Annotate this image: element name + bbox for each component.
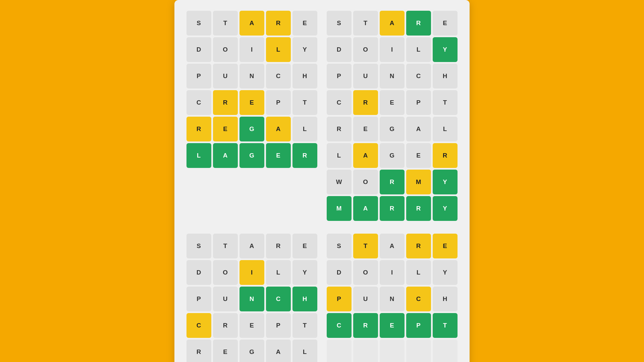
cell-grid-bottom-left-4-4: L: [292, 340, 317, 362]
cell-grid-bottom-left-1-4: Y: [292, 260, 317, 285]
cell-grid-bottom-left-0-4: E: [292, 234, 317, 258]
cell-grid-top-right-3-1: R: [353, 90, 378, 115]
cell-grid-top-right-2-1: U: [353, 64, 378, 88]
cell-grid-bottom-right-1-4: Y: [433, 260, 458, 285]
cell-grid-top-right-3-3: P: [406, 90, 431, 115]
cell-grid-bottom-left-2-0: P: [186, 287, 211, 311]
cell-grid-top-right-3-4: T: [433, 90, 458, 115]
cell-grid-top-right-1-4: Y: [433, 37, 458, 62]
game-card: STAREDOILYPUNCHCREPTREGALLAGER STAREDOIL…: [174, 0, 470, 362]
cell-grid-top-left-3-0: C: [186, 90, 211, 115]
cell-grid-top-left-1-0: D: [186, 37, 211, 62]
cell-grid-top-left-1-4: Y: [292, 37, 317, 62]
cell-grid-bottom-right-2-4: H: [433, 287, 458, 311]
cell-grid-top-left-5-3: E: [266, 143, 291, 168]
cell-grid-top-left-4-2: G: [239, 117, 264, 141]
grid-top-left: STAREDOILYPUNCHCREPTREGALLAGER: [186, 11, 317, 221]
cell-grid-bottom-left-1-1: O: [213, 260, 238, 285]
cell-grid-top-left-4-0: R: [186, 117, 211, 141]
cell-grid-bottom-left-4-3: A: [266, 340, 291, 362]
cell-grid-top-left-2-1: U: [213, 64, 238, 88]
cell-grid-top-right-1-1: O: [353, 37, 378, 62]
cell-grid-top-right-5-1: A: [353, 143, 378, 168]
cell-grid-top-left-2-3: C: [266, 64, 291, 88]
cell-grid-top-right-5-2: G: [380, 143, 405, 168]
cell-grid-top-right-5-0: L: [327, 143, 352, 168]
cell-grid-bottom-left-1-2: I: [239, 260, 264, 285]
cell-grid-bottom-left-3-4: T: [292, 313, 317, 338]
cell-grid-top-left-3-3: P: [266, 90, 291, 115]
grid-bottom-left: STAREDOILYPUNCHCREPTREGALLAGERWORMYMARRY…: [186, 234, 317, 362]
cell-grid-top-left-3-4: T: [292, 90, 317, 115]
cell-grid-bottom-right-1-3: L: [406, 260, 431, 285]
cell-grid-top-right-4-0: R: [327, 117, 352, 141]
cell-grid-bottom-right-1-2: I: [380, 260, 405, 285]
cell-grid-top-right-2-4: H: [433, 64, 458, 88]
cell-grid-bottom-right-2-0: P: [327, 287, 352, 311]
cell-grid-top-right-7-2: R: [380, 196, 405, 221]
cell-grid-bottom-right-3-2: E: [380, 313, 405, 338]
cell-grid-bottom-right-4-2: [380, 340, 405, 362]
cell-grid-top-right-6-4: Y: [433, 170, 458, 194]
cell-grid-bottom-right-2-2: N: [380, 287, 405, 311]
cell-grid-top-left-4-4: L: [292, 117, 317, 141]
cell-grid-bottom-right-3-4: T: [433, 313, 458, 338]
cell-grid-top-left-1-2: I: [239, 37, 264, 62]
cell-grid-bottom-right-2-1: U: [353, 287, 378, 311]
cell-grid-top-left-4-1: E: [213, 117, 238, 141]
cell-grid-bottom-left-3-1: R: [213, 313, 238, 338]
cell-grid-bottom-left-1-3: L: [266, 260, 291, 285]
cell-grid-top-left-0-0: S: [186, 11, 211, 36]
cell-grid-top-left-0-1: T: [213, 11, 238, 36]
grid-top-right: STAREDOILYPUNCHCREPTREGALLAGERWORMYMARRY: [327, 11, 458, 221]
cell-grid-bottom-right-3-1: R: [353, 313, 378, 338]
cell-grid-bottom-left-4-0: R: [186, 340, 211, 362]
cell-grid-top-right-6-1: O: [353, 170, 378, 194]
cell-grid-bottom-right-3-3: P: [406, 313, 431, 338]
cell-grid-top-left-5-4: R: [292, 143, 317, 168]
cell-grid-top-right-3-0: C: [327, 90, 352, 115]
cell-grid-bottom-right-0-4: E: [433, 234, 458, 258]
cell-grid-top-right-7-0: M: [327, 196, 352, 221]
cell-grid-bottom-right-4-4: [433, 340, 458, 362]
cell-grid-top-left-4-3: A: [266, 117, 291, 141]
cell-grid-top-right-5-3: E: [406, 143, 431, 168]
cell-grid-bottom-left-2-3: C: [266, 287, 291, 311]
cell-grid-top-left-2-2: N: [239, 64, 264, 88]
cell-grid-bottom-right-0-1: T: [353, 234, 378, 258]
top-grids-row: STAREDOILYPUNCHCREPTREGALLAGER STAREDOIL…: [186, 11, 458, 221]
cell-grid-top-right-1-2: I: [380, 37, 405, 62]
cell-grid-top-left-2-0: P: [186, 64, 211, 88]
cell-grid-bottom-left-2-4: H: [292, 287, 317, 311]
cell-grid-top-right-4-3: A: [406, 117, 431, 141]
cell-grid-bottom-right-1-0: D: [327, 260, 352, 285]
cell-grid-bottom-right-0-0: S: [327, 234, 352, 258]
cell-grid-bottom-left-2-2: N: [239, 287, 264, 311]
cell-grid-top-left-0-4: E: [292, 11, 317, 36]
cell-grid-bottom-left-0-3: R: [266, 234, 291, 258]
cell-grid-top-right-2-2: N: [380, 64, 405, 88]
cell-grid-top-right-0-3: R: [406, 11, 431, 36]
cell-grid-bottom-left-4-1: E: [213, 340, 238, 362]
cell-grid-top-right-0-1: T: [353, 11, 378, 36]
cell-grid-bottom-right-4-3: [406, 340, 431, 362]
cell-grid-top-right-6-3: M: [406, 170, 431, 194]
cell-grid-top-right-7-3: R: [406, 196, 431, 221]
cell-grid-top-right-4-1: E: [353, 117, 378, 141]
cell-grid-top-left-3-1: R: [213, 90, 238, 115]
cell-grid-bottom-left-3-2: E: [239, 313, 264, 338]
cell-grid-bottom-right-4-1: [353, 340, 378, 362]
cell-grid-top-right-7-1: A: [353, 196, 378, 221]
cell-grid-top-left-0-2: A: [239, 11, 264, 36]
cell-grid-bottom-right-0-2: A: [380, 234, 405, 258]
grid-bottom-right: STAREDOILYPUNCHCREPT: [327, 234, 458, 362]
bottom-grids-row: STAREDOILYPUNCHCREPTREGALLAGERWORMYMARRY…: [186, 234, 458, 362]
cell-grid-top-left-0-3: R: [266, 11, 291, 36]
cell-grid-top-right-4-2: G: [380, 117, 405, 141]
cell-grid-top-left-2-4: H: [292, 64, 317, 88]
cell-grid-top-right-1-0: D: [327, 37, 352, 62]
cell-grid-top-right-0-0: S: [327, 11, 352, 36]
cell-grid-bottom-left-0-0: S: [186, 234, 211, 258]
cell-grid-bottom-right-3-0: C: [327, 313, 352, 338]
cell-grid-top-right-6-0: W: [327, 170, 352, 194]
